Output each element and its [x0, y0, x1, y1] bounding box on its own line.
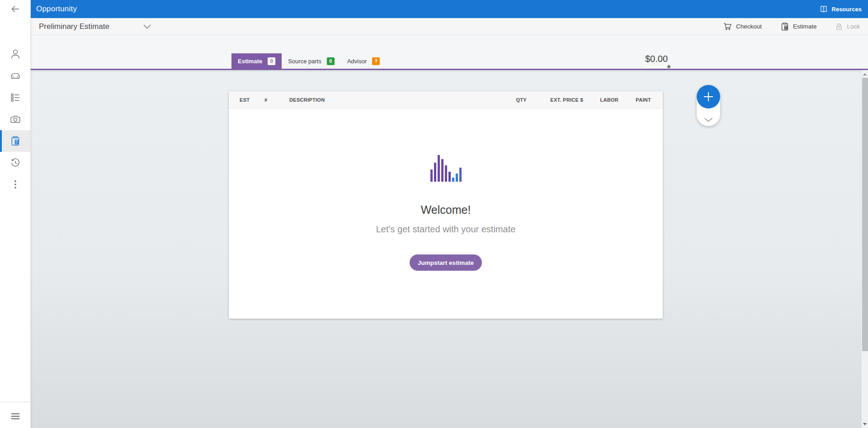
sidebar-item-vehicle[interactable]: [0, 65, 30, 87]
tab-advisor[interactable]: Advisor ?: [341, 53, 386, 69]
chevron-down-icon: [704, 118, 713, 122]
top-bar: Opportunity Resources: [31, 0, 868, 18]
resources-button[interactable]: Resources: [819, 5, 862, 13]
chart-bar: [438, 155, 440, 182]
tab-estimate[interactable]: Estimate 0: [231, 53, 282, 69]
estimate-calculator-icon: [9, 135, 21, 147]
chart-bar: [430, 169, 433, 182]
tab-source-parts-label: Source parts: [288, 58, 321, 65]
tab-source-parts[interactable]: Source parts 0: [282, 53, 341, 69]
total-indicator-dot: [667, 65, 670, 68]
plus-icon: [702, 90, 715, 103]
estimate-total: $0.00: [645, 54, 668, 67]
fab-expand-button[interactable]: [697, 118, 720, 122]
car-icon: [9, 70, 21, 82]
column-header-line-number: #: [264, 97, 289, 103]
scrollbar-thumb[interactable]: [862, 78, 868, 351]
tab-advisor-label: Advisor: [347, 58, 367, 65]
scrollbar-up-arrow[interactable]: [862, 72, 868, 76]
sidebar: [0, 0, 31, 428]
chart-bar: [459, 168, 462, 182]
person-icon: [9, 48, 21, 60]
cart-icon: [723, 22, 733, 32]
estimate-table-header: EST # DESCRIPTION QTY EXT. PRICE $ LABOR…: [229, 91, 663, 108]
history-icon: [9, 157, 21, 169]
column-header-description: DESCRIPTION: [289, 97, 491, 103]
tab-strip: Estimate 0 Source parts 0 Advisor ? $0.0…: [31, 35, 868, 70]
toolbar-actions: Checkout Estimate: [723, 22, 860, 32]
column-header-paint: PAINT: [618, 97, 651, 103]
tab-source-parts-badge: 0: [327, 57, 335, 65]
clipboard-calculator-icon: [780, 22, 790, 32]
lock-icon: [835, 22, 844, 32]
arrow-left-icon: [10, 4, 21, 14]
sidebar-item-more[interactable]: [0, 174, 30, 195]
vertical-scrollbar[interactable]: [861, 70, 868, 428]
checkout-label: Checkout: [736, 23, 762, 30]
sidebar-divider: [0, 402, 30, 402]
sidebar-menu-button[interactable]: [0, 408, 30, 424]
page-title: Opportunity: [36, 5, 77, 14]
estimate-button[interactable]: Estimate: [780, 22, 817, 32]
chart-bar: [434, 163, 436, 182]
sidebar-item-history[interactable]: [0, 152, 30, 174]
scrollbar-down-arrow[interactable]: [862, 422, 868, 426]
column-header-est: EST: [240, 97, 264, 103]
estimate-label: Estimate: [793, 23, 817, 30]
chart-bar: [448, 172, 451, 182]
column-header-ext-price: EXT. PRICE $: [527, 97, 583, 103]
chart-bar: [456, 174, 458, 182]
checklist-icon: [9, 92, 21, 103]
document-type-dropdown[interactable]: Preliminary Estimate: [39, 22, 151, 31]
sidebar-nav: [0, 43, 30, 195]
sidebar-item-estimate[interactable]: [0, 130, 30, 152]
welcome-chart-icon: [229, 155, 663, 182]
lock-label: Lock: [847, 23, 860, 30]
chart-bar: [441, 159, 443, 182]
estimate-total-value: $0.00: [645, 54, 668, 64]
sidebar-item-photos[interactable]: [0, 108, 30, 130]
column-header-labor: LABOR: [583, 97, 618, 103]
jumpstart-estimate-button[interactable]: Jumpstart estimate: [410, 254, 482, 271]
estimate-lines-card: EST # DESCRIPTION QTY EXT. PRICE $ LABOR…: [229, 91, 663, 319]
hamburger-icon: [10, 411, 21, 422]
camera-icon: [9, 113, 21, 125]
chart-bar: [445, 165, 447, 182]
tab-estimate-badge: 0: [268, 57, 275, 65]
welcome-title: Welcome!: [229, 203, 663, 216]
lock-button[interactable]: Lock: [835, 22, 860, 32]
checkout-button[interactable]: Checkout: [723, 22, 762, 32]
sidebar-item-checklist[interactable]: [0, 87, 30, 108]
chart-bar: [452, 178, 454, 182]
main-content: EST # DESCRIPTION QTY EXT. PRICE $ LABOR…: [31, 70, 861, 428]
ellipsis-icon: [9, 179, 21, 190]
tab-estimate-label: Estimate: [238, 58, 262, 65]
chevron-down-icon: [143, 24, 151, 29]
document-type-label: Preliminary Estimate: [39, 22, 109, 31]
welcome-subtitle: Let’s get started with your estimate: [229, 224, 663, 235]
welcome-panel: Welcome! Let’s get started with your est…: [229, 155, 663, 271]
tabs: Estimate 0 Source parts 0 Advisor ?: [231, 53, 386, 69]
column-header-qty: QTY: [491, 97, 527, 103]
open-book-icon: [819, 5, 828, 13]
fab-container: [697, 85, 720, 126]
sidebar-item-contact[interactable]: [0, 43, 30, 65]
resources-label: Resources: [832, 6, 862, 13]
toolbar: Preliminary Estimate Checkout: [31, 18, 868, 35]
fab-add-button[interactable]: [697, 85, 720, 108]
tab-advisor-badge: ?: [372, 57, 380, 65]
back-button[interactable]: [0, 0, 30, 18]
total-indicator: [645, 66, 666, 67]
